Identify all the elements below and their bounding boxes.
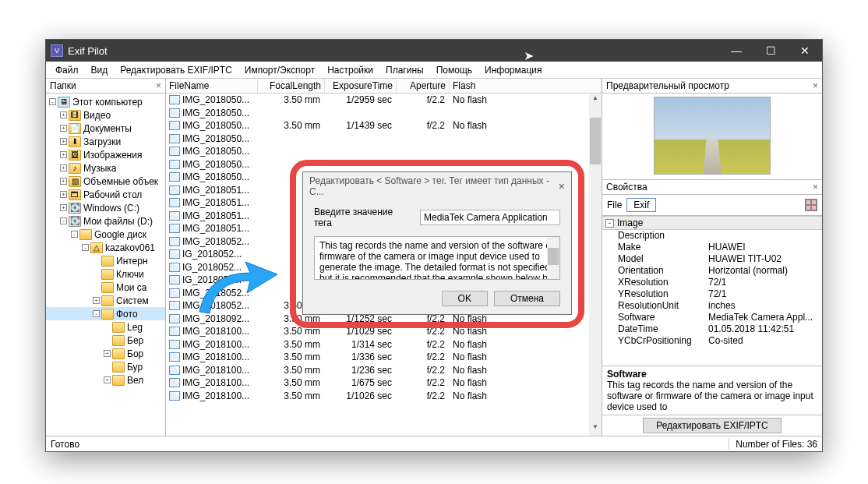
prop-row-software[interactable]: SoftwareMediaTek Camera Appl...	[602, 312, 822, 323]
table-row[interactable]: IMG_2018100...3.50 mm1/675 secf/2.2No fl…	[166, 376, 602, 390]
scroll-thumb[interactable]	[590, 118, 601, 164]
prop-row-description[interactable]: Description	[602, 230, 822, 242]
close-button[interactable]: ✕	[788, 40, 822, 62]
tree-node-1[interactable]: +🎞Видео	[46, 108, 165, 122]
tree-toggle-icon[interactable]: -	[49, 98, 56, 105]
tag-description-box[interactable]: This tag records the name and version of…	[314, 236, 560, 280]
prop-row-make[interactable]: MakeHUAWEI	[602, 242, 822, 253]
titlebar[interactable]: V Exif Pilot — ☐ ✕	[46, 40, 822, 62]
table-row[interactable]: IMG_2018050...	[166, 158, 602, 171]
table-row[interactable]: IMG_2018100...3.50 mm1/314 secf/2.2No fl…	[166, 338, 602, 352]
table-row[interactable]: IMG_2018050...	[166, 107, 602, 120]
col-filename[interactable]: FileName	[166, 79, 258, 93]
prop-section-image[interactable]: - Image	[602, 216, 822, 230]
table-row[interactable]: IMG_2018050...	[166, 145, 602, 158]
tree-node-3[interactable]: +⬇Загрузки	[46, 135, 165, 148]
tree-toggle-icon[interactable]: -	[93, 310, 100, 317]
dialog-close-icon[interactable]: ×	[559, 180, 565, 193]
menu-6[interactable]: Помощь	[430, 63, 478, 77]
table-row[interactable]: IMG_2018100...3.50 mm1/236 secf/2.2No fl…	[166, 364, 602, 377]
tree-node-0[interactable]: -🖥Этот компьютер	[46, 95, 165, 108]
tree-toggle-icon[interactable]: +	[60, 138, 67, 145]
tree-toggle-icon[interactable]: +	[93, 297, 100, 304]
table-row[interactable]: IMG_2018100...3.50 mm1/1026 secf/2.2No f…	[166, 390, 602, 403]
tree-toggle-icon[interactable]: +	[60, 111, 67, 118]
collapse-icon[interactable]: -	[605, 219, 614, 228]
col-flash[interactable]: Flash	[450, 79, 602, 93]
folder-tree[interactable]: -🖥Этот компьютер+🎞Видео+📄Документы+⬇Загр…	[46, 94, 165, 436]
table-row[interactable]: IMG_2018050...	[166, 132, 602, 146]
tree-node-4[interactable]: +🖼Изображения	[46, 148, 165, 161]
property-grid[interactable]: - Image DescriptionMakeHUAWEIModelHUAWEI…	[602, 216, 822, 366]
prop-row-yresolution[interactable]: YResolution72/1	[602, 288, 822, 300]
scroll-down-icon[interactable]: ▼	[589, 423, 602, 436]
minimize-button[interactable]: —	[719, 40, 753, 62]
prop-row-datetime[interactable]: DateTime01.05.2018 11:42:51	[602, 323, 822, 335]
tag-value-input[interactable]	[420, 210, 560, 225]
tree-node-15[interactable]: +Систем	[46, 294, 165, 307]
col-aperture[interactable]: Aperture	[397, 79, 450, 93]
desc-scroll-thumb[interactable]	[548, 248, 559, 265]
tree-toggle-icon[interactable]: -	[71, 231, 78, 238]
ok-button[interactable]: OK	[442, 291, 488, 306]
tree-node-18[interactable]: Бер	[46, 334, 165, 347]
edit-exif-button[interactable]: Редактировать EXIF/IPTC	[643, 418, 782, 433]
desc-scrollbar[interactable]	[547, 237, 559, 279]
tree-node-5[interactable]: +♪Музыка	[46, 161, 165, 175]
dialog-titlebar[interactable]: Редактировать < Software > тег. Тег имее…	[303, 172, 571, 200]
menu-5[interactable]: Плагины	[379, 63, 430, 77]
preview-panel-close-icon[interactable]: ×	[813, 80, 818, 91]
table-row[interactable]: IMG_2018050...3.50 mm1/2959 secf/2.2No f…	[166, 94, 602, 107]
tree-toggle-icon[interactable]: +	[60, 125, 67, 132]
tree-node-17[interactable]: Leg	[46, 320, 165, 334]
menu-1[interactable]: Вид	[85, 63, 115, 77]
menu-3[interactable]: Импорт/Экспорт	[238, 63, 321, 77]
tree-toggle-icon[interactable]: +	[60, 191, 67, 198]
menu-0[interactable]: Файл	[49, 63, 85, 77]
table-row[interactable]: IMG_2018100...3.50 mm1/1029 secf/2.2No f…	[166, 325, 602, 338]
col-focal[interactable]: FocalLength	[258, 79, 325, 93]
menu-2[interactable]: Редактировать EXIF/IPTC	[114, 63, 238, 77]
table-scrollbar[interactable]: ▲ ▼	[589, 94, 602, 436]
tree-toggle-icon[interactable]: +	[60, 178, 67, 185]
tree-node-11[interactable]: -△kazakov061	[46, 241, 165, 254]
prop-row-orientation[interactable]: OrientationHorizontal (normal)	[602, 265, 822, 277]
menu-7[interactable]: Информация	[478, 63, 548, 77]
tree-toggle-icon[interactable]: +	[60, 151, 67, 158]
scroll-up-icon[interactable]: ▲	[589, 94, 602, 107]
prop-row-model[interactable]: ModelHUAWEI TIT-U02	[602, 253, 822, 265]
tree-node-16[interactable]: -Фото	[46, 307, 165, 320]
table-row[interactable]: IMG_2018100...3.50 mm1/336 secf/2.2No fl…	[166, 351, 602, 364]
cancel-button[interactable]: Отмена	[494, 291, 560, 306]
tree-node-2[interactable]: +📄Документы	[46, 122, 165, 135]
tree-node-12[interactable]: Интерн	[46, 254, 165, 267]
table-header[interactable]: FileName FocalLength ExposureTime Apertu…	[166, 79, 602, 94]
tree-node-21[interactable]: +Вел	[46, 373, 165, 387]
prop-row-xresolution[interactable]: XResolution72/1	[602, 277, 822, 288]
tree-node-14[interactable]: Мои са	[46, 281, 165, 294]
tree-node-9[interactable]: -💽Мои файлы (D:)	[46, 214, 165, 228]
maximize-button[interactable]: ☐	[753, 40, 788, 62]
prop-row-ycbcrpositioning[interactable]: YCbCrPositioningCo-sited	[602, 335, 822, 347]
tree-toggle-icon[interactable]: +	[60, 204, 67, 211]
tree-node-13[interactable]: Ключи	[46, 267, 165, 281]
tree-node-6[interactable]: +▧Объемные объек	[46, 175, 165, 188]
tree-node-7[interactable]: +🗔Рабочий стол	[46, 188, 165, 201]
tree-toggle-icon[interactable]: -	[60, 217, 67, 224]
tree-toggle-icon[interactable]: +	[104, 376, 111, 383]
properties-panel-close-icon[interactable]: ×	[813, 182, 818, 193]
grid-view-icon[interactable]	[805, 199, 817, 211]
tree-toggle-icon[interactable]: +	[104, 350, 111, 357]
tree-node-20[interactable]: Бур	[46, 360, 165, 373]
exif-tab-button[interactable]: Exif	[626, 198, 656, 212]
tree-toggle-icon[interactable]: +	[60, 164, 67, 171]
folder-panel-close-icon[interactable]: ×	[156, 80, 161, 91]
prop-row-resolutionunit[interactable]: ResolutionUnitinches	[602, 300, 822, 312]
tree-node-8[interactable]: +💽Windows (C:)	[46, 201, 165, 214]
menu-4[interactable]: Настройки	[321, 63, 379, 77]
tree-node-10[interactable]: -Google диск	[46, 228, 165, 241]
col-exposure[interactable]: ExposureTime	[325, 79, 397, 93]
tree-toggle-icon[interactable]: -	[82, 244, 89, 251]
table-row[interactable]: IMG_2018050...3.50 mm1/1439 secf/2.2No f…	[166, 119, 602, 132]
tree-node-19[interactable]: +Бор	[46, 347, 165, 360]
